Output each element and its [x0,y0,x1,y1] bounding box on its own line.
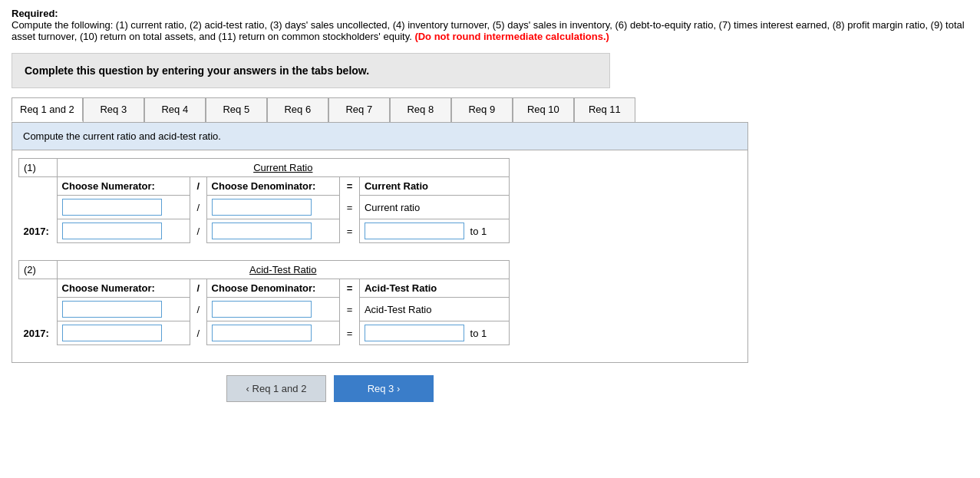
section2-result-input-row2[interactable] [365,325,464,341]
next-button[interactable]: Req 3 › [334,375,434,402]
tabs-row: Req 1 and 2 Req 3 Req 4 Req 5 Req 6 Req … [12,97,748,122]
section1-to1-text: to 1 [467,226,487,237]
tab-req6[interactable]: Req 6 [267,97,328,122]
section2-title-row: (2) Acid-Test Ratio [19,261,510,279]
section2-equals-header: = [339,279,359,298]
tab-req8[interactable]: Req 8 [390,97,451,122]
section2-header-numerator: Choose Numerator: [57,279,190,298]
tab-req1and2[interactable]: Req 1 and 2 [12,97,83,122]
section1-slash-header: / [190,177,206,196]
section1-result-label-row1: Current ratio [359,196,509,219]
complete-box: Complete this question by entering your … [12,53,610,88]
required-label: Required: [12,8,58,19]
section2-slash-header: / [190,279,206,298]
tab-req7[interactable]: Req 7 [328,97,390,122]
section2-header-result: Acid-Test Ratio [359,279,509,298]
section2-row2: 2017: / = to 1 [19,321,510,345]
section1-result-input-row2[interactable] [365,223,464,239]
section2-to1-text: to 1 [467,328,487,339]
section2-row1: / = Acid-Test Ratio [19,298,510,321]
section1-numerator-input-row2[interactable] [62,223,162,239]
required-section: Required: Compute the following: (1) cur… [12,8,968,42]
tab-content: Compute the current ratio and acid-test … [12,122,748,363]
section1-numerator-input-row1[interactable] [62,199,162,216]
section1-header-row: Choose Numerator: / Choose Denominator: … [19,177,510,196]
nav-buttons: ‹ Req 1 and 2 Req 3 › [12,375,968,402]
section1-equals-header: = [339,177,359,196]
section2-title: Acid-Test Ratio [249,264,316,275]
prev-button-label: Req 1 and 2 [252,383,307,394]
tab-req11[interactable]: Req 11 [574,97,635,122]
section2-header-denominator: Choose Denominator: [206,279,339,298]
next-arrow-icon: › [397,383,400,394]
next-button-label: Req 3 [368,383,394,394]
acid-test-ratio-table: (2) Acid-Test Ratio Choose Numerator: / … [18,260,510,345]
tab-req4[interactable]: Req 4 [144,97,206,122]
section1-denominator-input-row2[interactable] [212,223,312,239]
section2-year-label: 2017: [19,321,58,345]
section2-number: (2) [19,261,58,279]
section1-title: Current Ratio [253,162,312,173]
section1-header-numerator: Choose Numerator: [57,177,190,196]
section1-header-result: Current Ratio [359,177,509,196]
section1-title-row: (1) Current Ratio [19,159,510,177]
section1-year-label: 2017: [19,219,58,243]
section1-denominator-input-row1[interactable] [212,199,312,216]
section2-numerator-input-row1[interactable] [62,301,162,318]
tab-req3[interactable]: Req 3 [83,97,144,122]
complete-box-text: Complete this question by entering your … [25,64,369,77]
tab-req10[interactable]: Req 10 [513,97,574,122]
tab-description: Compute the current ratio and acid-test … [12,123,747,150]
section1-row2: 2017: / = to 1 [19,219,510,243]
current-ratio-table: (1) Current Ratio Choose Numerator: / Ch… [18,158,510,243]
prev-arrow-icon: ‹ [246,383,249,394]
no-round-note: (Do not round intermediate calculations.… [414,31,609,42]
section2-result-label-row1: Acid-Test Ratio [359,298,509,321]
section2-numerator-input-row2[interactable] [62,325,162,341]
prev-button[interactable]: ‹ Req 1 and 2 [226,375,326,402]
section1-number: (1) [19,159,58,177]
tab-req5[interactable]: Req 5 [206,97,267,122]
section2-header-row: Choose Numerator: / Choose Denominator: … [19,279,510,298]
tab-req9[interactable]: Req 9 [451,97,513,122]
ratios-container: (1) Current Ratio Choose Numerator: / Ch… [12,150,747,362]
section1-row1: / = Current ratio [19,196,510,219]
section2-denominator-input-row2[interactable] [212,325,312,341]
section1-header-denominator: Choose Denominator: [206,177,339,196]
section2-denominator-input-row1[interactable] [212,301,312,318]
